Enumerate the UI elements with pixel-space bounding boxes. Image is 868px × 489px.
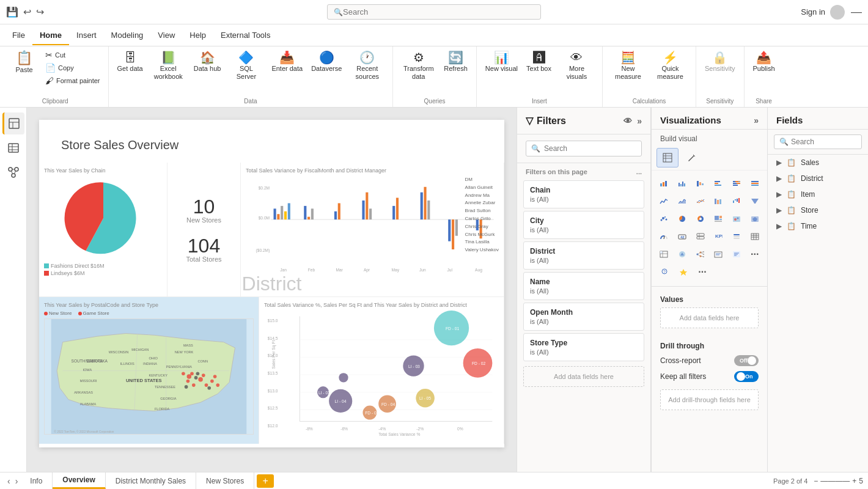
vis-ai-insight[interactable] (674, 263, 693, 281)
vis-smart-narrative[interactable] (728, 246, 746, 263)
vis-filled-map[interactable] (746, 210, 763, 227)
cross-report-pill[interactable]: Off (734, 355, 759, 366)
tab-new-stores[interactable]: New Stores (196, 472, 254, 489)
vis-area[interactable] (674, 193, 691, 210)
vis-slicer[interactable] (728, 228, 746, 245)
menu-help[interactable]: Help (182, 26, 213, 45)
vis-scatter[interactable] (655, 210, 673, 227)
excel-workbook-button[interactable]: 📗 Excel workbook (148, 49, 189, 83)
vis-multirow-card[interactable] (691, 228, 709, 245)
menu-modeling[interactable]: Modeling (104, 26, 151, 45)
menu-home[interactable]: Home (32, 26, 69, 45)
keep-filters-toggle[interactable]: On (734, 371, 759, 382)
vis-donut[interactable] (691, 210, 709, 227)
vis-bar-horiz[interactable] (710, 175, 727, 192)
more-visuals-button[interactable]: 👁 More visuals (556, 49, 597, 83)
text-box-button[interactable]: 🅰 Text box (523, 49, 555, 75)
nav-data-view[interactable] (2, 137, 24, 159)
filters-menu-btn[interactable]: ... (636, 168, 642, 175)
menu-file[interactable]: File (5, 26, 32, 45)
vis-line-cluster[interactable] (691, 193, 709, 210)
tab-next-btn[interactable]: › (13, 476, 21, 486)
filters-eye-icon[interactable]: 👁 (623, 116, 632, 126)
vis-expand-btn[interactable]: » (754, 116, 759, 125)
vis-treemap[interactable] (710, 210, 727, 227)
vis-more[interactable]: ··· (746, 246, 763, 263)
vis-matrix[interactable] (655, 246, 673, 263)
nav-model-view[interactable] (2, 161, 24, 183)
zoom-in-btn[interactable]: + (852, 477, 856, 485)
report-canvas[interactable]: Store Sales Overview This Year Sales by … (39, 120, 504, 447)
format-painter-button[interactable]: 🖌 Format painter (42, 75, 103, 87)
filter-city[interactable]: City is (All) (523, 211, 644, 239)
vis-more2[interactable]: ··· (693, 263, 712, 281)
filter-store-type[interactable]: Store Type is (All) (523, 333, 644, 361)
vis-kpi[interactable]: KPI (710, 228, 727, 245)
field-sales[interactable]: ▶ 📋 Sales (768, 155, 868, 171)
field-store[interactable]: ▶ 📋 Store (768, 202, 868, 218)
menu-view[interactable]: View (150, 26, 182, 45)
vis-line[interactable] (655, 193, 673, 210)
vis-100-bar[interactable] (691, 175, 709, 192)
tab-prev-btn[interactable]: ‹ (5, 476, 13, 486)
undo-icon[interactable]: ↩ (23, 6, 31, 18)
bubble-chart-cell[interactable]: Total Sales Variance %, Sales Per Sq Ft … (259, 297, 504, 444)
cross-report-toggle[interactable]: Off (734, 355, 759, 366)
pie-chart-cell[interactable]: This Year Sales by Chain Fashions Direct… (39, 163, 167, 296)
global-search-box[interactable]: 🔍 (327, 4, 541, 20)
vis-stacked-horiz[interactable] (728, 175, 746, 192)
dataverse-button[interactable]: 🔵 Dataverse (307, 49, 345, 75)
tab-overview[interactable]: Overview (53, 472, 105, 489)
filter-chain[interactable]: Chain is (All) (523, 180, 644, 208)
map-cell[interactable]: This Year Sales by PostalCode and Store … (39, 297, 259, 444)
vis-card[interactable]: 42 (674, 228, 691, 245)
enter-data-button[interactable]: 📥 Enter data (268, 49, 306, 75)
save-icon[interactable]: 💾 (6, 6, 18, 18)
vis-gauge[interactable] (655, 228, 673, 245)
filter-search-input-wrapper[interactable]: 🔍 (526, 141, 642, 156)
zoom-slider[interactable]: ———— (820, 477, 850, 485)
fields-search-wrapper[interactable]: 🔍 (774, 134, 862, 149)
paste-button[interactable]: 📋 Paste (7, 49, 41, 76)
filters-expand-icon[interactable]: » (637, 116, 642, 126)
tab-info[interactable]: Info (20, 472, 53, 489)
vis-table[interactable] (746, 228, 763, 245)
new-visual-button[interactable]: 📊 New visual (482, 49, 521, 75)
sign-in-area[interactable]: Sign in (801, 5, 845, 20)
vis-pie[interactable] (674, 210, 691, 227)
vis-funnel[interactable] (746, 193, 763, 210)
nav-report-view[interactable] (2, 112, 24, 134)
values-drop-area[interactable]: Add data fields here (660, 307, 759, 328)
tab-district-monthly[interactable]: District Monthly Sales (106, 472, 196, 489)
keep-filters-pill[interactable]: On (734, 371, 759, 382)
vis-100-horiz[interactable] (746, 175, 763, 192)
user-avatar[interactable] (830, 5, 845, 20)
filter-search-field[interactable] (544, 144, 636, 153)
vis-qna[interactable]: ? (655, 263, 674, 281)
vis-text-box[interactable] (710, 246, 727, 263)
sensitivity-button[interactable]: 🔒 Sensitivity (701, 49, 739, 75)
add-page-btn[interactable]: + (257, 474, 274, 488)
menu-insert[interactable]: Insert (69, 26, 104, 45)
global-search-input[interactable] (343, 7, 526, 17)
bar-chart-cell[interactable]: Total Sales Variance by FiscalMonth and … (241, 163, 504, 296)
drill-add-area[interactable]: Add drill-through fields here (660, 389, 759, 410)
minimize-button[interactable]: — (851, 6, 862, 18)
vis-decomp-tree[interactable] (691, 246, 709, 263)
filter-name[interactable]: Name is (All) (523, 272, 644, 300)
quick-measure-button[interactable]: ⚡ Quick measure (650, 49, 691, 83)
zoom-out-btn[interactable]: − (814, 477, 818, 485)
vis-type-table-selected[interactable] (657, 148, 679, 167)
vis-stacked-bar[interactable] (655, 175, 673, 192)
vis-type-pen[interactable] (680, 148, 702, 167)
vis-waterfall[interactable] (728, 193, 746, 210)
field-time[interactable]: ▶ 📋 Time (768, 218, 868, 234)
vis-clustered-bar[interactable] (674, 175, 691, 192)
field-district[interactable]: ▶ 📋 District (768, 171, 868, 186)
sql-server-button[interactable]: 🔷 SQL Server (226, 49, 267, 83)
vis-ribbon[interactable] (710, 193, 727, 210)
field-item[interactable]: ▶ 📋 Item (768, 186, 868, 202)
menu-external-tools[interactable]: External Tools (213, 26, 278, 45)
recent-sources-button[interactable]: 🕐 Recent sources (347, 49, 388, 83)
filter-open-month[interactable]: Open Month is (All) (523, 303, 644, 331)
